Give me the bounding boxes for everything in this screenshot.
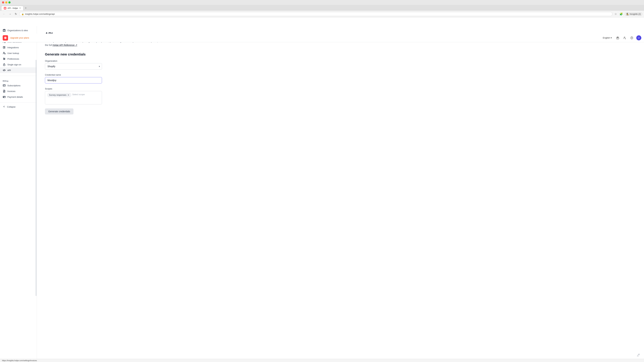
sidebar-item-user-lookup[interactable]: User lookup: [0, 50, 37, 56]
credential-name-label: Credential name: [45, 73, 102, 76]
link-icon[interactable]: [636, 353, 640, 357]
search-user-icon: [3, 52, 6, 55]
puzzle-icon: [3, 46, 6, 49]
scope-tag-survey-responses[interactable]: Survey responses ✕: [47, 93, 71, 97]
hotjar-logo: [3, 35, 8, 40]
sidebar-label-single-sign-on: Single sign-on: [8, 63, 21, 66]
upgrade-plans-link[interactable]: Upgrade your plans: [10, 36, 29, 39]
scopes-container[interactable]: Survey responses ✕ Select scope: [45, 91, 102, 104]
status-bar: https://insights.hotjar.com/settings/inv…: [0, 359, 644, 362]
sidebar-scrollbar: [36, 60, 36, 296]
scope-tag-remove-btn[interactable]: ✕: [68, 94, 70, 96]
tab-favicon: [4, 7, 6, 9]
credential-name-input[interactable]: [45, 77, 102, 83]
sidebar: Organizations & sites Team User attribut…: [0, 26, 37, 362]
credit-card-icon: [3, 84, 6, 87]
collapse-arrow-icon: [3, 105, 5, 108]
back-btn[interactable]: ←: [2, 12, 6, 16]
help-icon[interactable]: [629, 35, 634, 40]
language-label: English: [603, 36, 610, 39]
sidebar-divider: [0, 76, 37, 76]
browser-max-btn[interactable]: [8, 1, 10, 3]
new-tab-btn[interactable]: +: [23, 5, 28, 10]
building-icon: [3, 29, 6, 32]
external-link-icon: ↗: [75, 44, 77, 46]
organization-select[interactable]: Shopify: [45, 63, 102, 69]
sidebar-item-subscriptions[interactable]: Subscriptions: [0, 83, 37, 88]
scopes-field: Scopes Survey responses ✕ Select scope: [45, 87, 102, 104]
sliders-icon: [3, 57, 6, 60]
scope-placeholder[interactable]: Select scope: [72, 93, 85, 97]
organization-field: Organization Shopify ▾: [45, 60, 102, 69]
svg-point-14: [4, 58, 4, 58]
browser-tab[interactable]: API - Hotjar ✕: [1, 6, 23, 10]
sidebar-label-subscriptions: Subscriptions: [8, 84, 20, 87]
address-bar[interactable]: 🔒 insights.hotjar.com/settings/api: [19, 12, 612, 16]
lock-icon: [3, 63, 6, 66]
sidebar-label-api: API: [8, 69, 11, 71]
tab-title: API - Hotjar: [8, 7, 18, 9]
address-text: insights.hotjar.com/settings/api: [25, 13, 55, 15]
section-title: Generate new credentials: [45, 52, 636, 56]
sidebar-item-payment-details[interactable]: Payment details: [0, 94, 37, 100]
incognito-label: Incognito (2): [630, 13, 641, 15]
header-left: Upgrade your plans: [3, 35, 29, 40]
browser-min-btn[interactable]: [5, 1, 8, 3]
sidebar-item-single-sign-on[interactable]: Single sign-on: [0, 62, 37, 67]
app-header: Upgrade your plans English ▾ U: [0, 33, 644, 42]
sidebar-collapse-btn[interactable]: Collapse: [0, 104, 37, 110]
code-icon: [3, 69, 6, 72]
incognito-icon: 🕵️: [626, 13, 629, 15]
bookmark-icon[interactable]: ☆: [614, 12, 618, 16]
sidebar-label-payment-details: Payment details: [8, 96, 23, 98]
user-avatar[interactable]: U: [636, 35, 641, 40]
reload-btn[interactable]: ↻: [14, 12, 18, 16]
status-url: https://insights.hotjar.com/settings/inv…: [2, 360, 37, 362]
payment-icon: [3, 95, 6, 98]
main-content: API The Hotjar API lets you automate exp…: [37, 26, 644, 362]
incognito-badge[interactable]: 🕵️ Incognito (2): [625, 12, 642, 16]
sidebar-label-invoices: Invoices: [8, 90, 16, 92]
svg-point-12: [3, 52, 4, 53]
generate-credentials-btn[interactable]: Generate credentials: [45, 108, 74, 114]
sidebar-item-organizations-sites[interactable]: Organizations & sites: [0, 27, 37, 33]
svg-point-16: [4, 59, 4, 60]
organization-select-wrapper: Shopify ▾: [45, 63, 102, 69]
svg-rect-18: [3, 85, 5, 86]
sidebar-item-api[interactable]: API: [0, 67, 37, 73]
extensions-icon[interactable]: 🧩: [619, 12, 624, 16]
svg-point-3: [624, 37, 625, 38]
sidebar-item-integrations[interactable]: Integrations: [0, 44, 37, 50]
scopes-label: Scopes: [45, 87, 102, 90]
gift-icon[interactable]: [615, 35, 620, 40]
forward-btn[interactable]: →: [8, 12, 12, 16]
sidebar-label-integrations: Integrations: [8, 46, 19, 49]
svg-point-15: [4, 59, 5, 59]
svg-point-0: [4, 7, 6, 9]
browser-close-btn[interactable]: [2, 1, 4, 3]
organization-label: Organization: [45, 60, 102, 62]
lock-icon: 🔒: [22, 13, 24, 15]
api-reference-link[interactable]: Hotjar API Reference ↗: [52, 44, 77, 46]
svg-point-5: [632, 38, 632, 39]
file-text-icon: [3, 90, 6, 93]
billing-label: Billing: [0, 79, 37, 83]
language-selector[interactable]: English ▾: [602, 36, 613, 40]
sidebar-billing-section: Billing Subscriptions Invoices: [0, 77, 37, 101]
sidebar-bottom-divider: [0, 102, 37, 103]
svg-rect-17: [3, 64, 5, 66]
language-arrow: ▾: [611, 36, 612, 39]
header-right: English ▾ U: [602, 35, 641, 40]
sidebar-label-preferences: Preferences: [8, 58, 19, 60]
add-user-icon[interactable]: [622, 35, 627, 40]
sidebar-item-invoices[interactable]: Invoices: [0, 88, 37, 94]
sidebar-label-user-lookup: User lookup: [8, 52, 19, 54]
svg-point-20: [3, 97, 4, 98]
scope-tag-label: Survey responses: [49, 94, 66, 96]
sidebar-item-preferences[interactable]: Preferences: [0, 56, 37, 62]
tab-close-btn[interactable]: ✕: [19, 7, 21, 9]
collapse-label: Collapse: [7, 106, 16, 108]
credential-name-field: Credential name: [45, 73, 102, 83]
sidebar-label-organizations-sites: Organizations & sites: [8, 29, 28, 32]
